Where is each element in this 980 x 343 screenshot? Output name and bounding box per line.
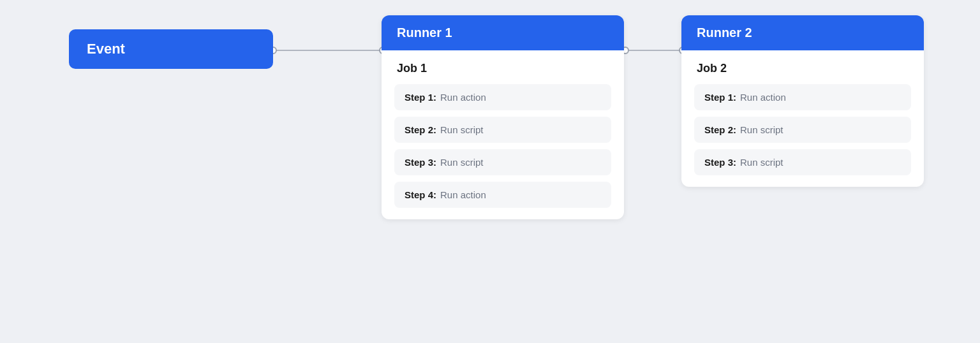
runner-2-node: Runner 2 Job 2 Step 1: Run action Step 2… — [681, 15, 924, 187]
runner-1-title: Runner 1 — [397, 26, 452, 40]
step-action: Run script — [440, 157, 484, 168]
step-label: Step 2: — [704, 124, 736, 135]
step-action: Run action — [440, 189, 486, 200]
event-header: Event — [69, 29, 273, 69]
runner-1-job-title: Job 1 — [394, 62, 611, 75]
workflow-canvas: Event Runner 1 Job 1 Step 1: Run action … — [43, 15, 937, 328]
runner-1-step-3: Step 3: Run script — [394, 149, 611, 175]
runner-1-card: Runner 1 Job 1 Step 1: Run action Step 2… — [382, 15, 624, 219]
runner-1-node: Runner 1 Job 1 Step 1: Run action Step 2… — [382, 15, 624, 219]
step-label: Step 4: — [405, 189, 436, 200]
step-action: Run script — [740, 157, 783, 168]
runner-2-step-2: Step 2: Run script — [694, 117, 911, 143]
step-action: Run action — [740, 92, 786, 103]
step-label: Step 2: — [405, 124, 436, 135]
step-action: Run action — [440, 92, 486, 103]
runner-2-job-title: Job 2 — [694, 62, 911, 75]
step-label: Step 1: — [704, 92, 736, 103]
runner-1-body: Job 1 Step 1: Run action Step 2: Run scr… — [382, 50, 624, 219]
step-label: Step 1: — [405, 92, 436, 103]
runner-2-body: Job 2 Step 1: Run action Step 2: Run scr… — [681, 50, 924, 187]
step-label: Step 3: — [405, 157, 436, 168]
runner-2-header: Runner 2 — [681, 15, 924, 50]
runner-2-card: Runner 2 Job 2 Step 1: Run action Step 2… — [681, 15, 924, 187]
runner-1-step-1: Step 1: Run action — [394, 84, 611, 110]
runner-2-step-3: Step 3: Run script — [694, 149, 911, 175]
step-action: Run script — [740, 124, 783, 135]
event-label: Event — [87, 41, 125, 57]
step-action: Run script — [440, 124, 484, 135]
runner-1-step-2: Step 2: Run script — [394, 117, 611, 143]
event-node: Event — [69, 29, 273, 69]
runner-1-header: Runner 1 — [382, 15, 624, 50]
step-label: Step 3: — [704, 157, 736, 168]
runner-1-step-4: Step 4: Run action — [394, 182, 611, 208]
runner-2-step-1: Step 1: Run action — [694, 84, 911, 110]
runner-2-title: Runner 2 — [697, 26, 752, 40]
